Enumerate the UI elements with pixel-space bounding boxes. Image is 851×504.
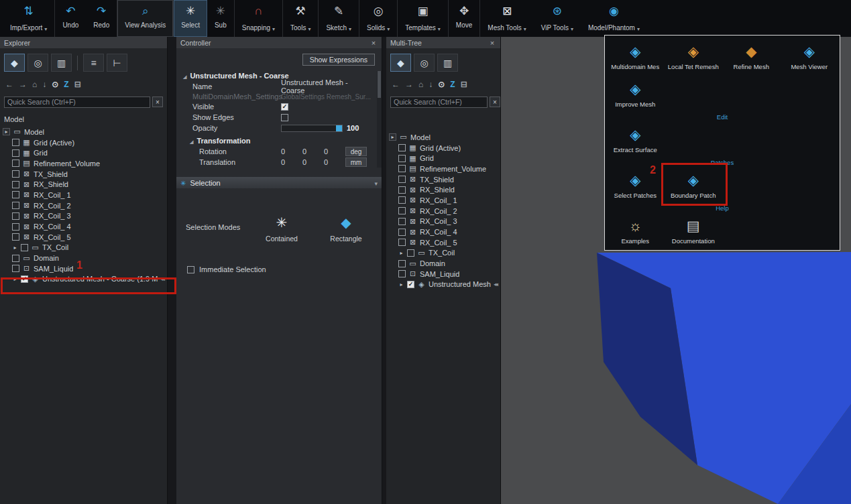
item-checkbox[interactable] — [12, 255, 19, 262]
item-checkbox[interactable] — [398, 207, 406, 214]
item-checkbox[interactable] — [12, 149, 19, 157]
tree-row[interactable]: ⊠ TX_Shield — [386, 174, 500, 185]
rotation-y-field[interactable]: 0 — [302, 147, 324, 155]
contained-mode-button[interactable]: Contained — [253, 215, 310, 243]
tree-row[interactable]: ⊠ RX_Shield — [0, 179, 167, 190]
expander-icon[interactable] — [12, 276, 18, 282]
toolbar-button[interactable]: ◉ Model/Phantom — [581, 0, 647, 37]
quick-search-input[interactable] — [4, 97, 150, 108]
tree-row[interactable]: ⊠ RX_Coil_ 3 — [0, 211, 167, 222]
home-button[interactable]: ⌂ — [418, 80, 423, 89]
forward-button[interactable]: → — [19, 80, 27, 89]
back-button[interactable]: ← — [5, 80, 13, 89]
visibility-button[interactable]: ⊙ — [52, 80, 58, 89]
chart-view-button[interactable]: ▥ — [437, 54, 458, 72]
rotation-x-field[interactable]: 0 — [281, 147, 302, 155]
item-checkbox[interactable] — [398, 176, 406, 183]
tree-row[interactable]: ◈ Unstructured Mesh - Coarse (1.9 MCell — [0, 274, 167, 285]
target-view-button[interactable]: ◎ — [27, 54, 48, 72]
item-checkbox[interactable] — [398, 260, 406, 267]
forward-button[interactable]: → — [405, 80, 413, 89]
collapse-all-button[interactable]: ⊟ — [461, 80, 467, 89]
item-checkbox[interactable] — [12, 202, 19, 209]
multidomain-mesh-item[interactable]: ◈ Multidomain Mes — [606, 38, 665, 76]
tree-row[interactable]: ⊠ RX_Coil_ 5 — [0, 232, 167, 243]
expander-icon[interactable] — [398, 281, 404, 288]
toolbar-button[interactable]: ⊛ ViP Tools — [534, 0, 581, 37]
expander-icon[interactable] — [398, 250, 404, 256]
tree-row[interactable]: ⊠ TX_Shield — [0, 169, 167, 180]
tree-row[interactable]: ▦ Grid — [0, 147, 167, 158]
item-checkbox[interactable] — [12, 160, 19, 167]
item-checkbox[interactable] — [398, 218, 406, 225]
filter-button[interactable]: ≡ — [83, 54, 104, 72]
tree-row[interactable]: ▦ Grid (Active) — [0, 137, 167, 148]
translation-x-field[interactable]: 0 — [281, 158, 302, 166]
item-checkbox[interactable] — [12, 233, 19, 241]
item-checkbox[interactable] — [398, 144, 406, 151]
item-checkbox[interactable] — [398, 165, 406, 172]
tree-row[interactable]: ⊠ RX_Coil_ 4 — [0, 221, 167, 232]
expander-icon[interactable] — [12, 245, 18, 251]
tree-row[interactable]: ▭ Model — [0, 127, 167, 137]
tree-row[interactable]: ▭ Domain — [386, 258, 500, 269]
search-clear-button[interactable] — [490, 97, 500, 107]
tree-row[interactable]: ⊠ RX_Coil_ 4 — [386, 227, 500, 237]
zoom-z-button[interactable]: Z — [64, 80, 68, 89]
item-checkbox[interactable] — [12, 223, 19, 231]
mesh-viewer-item[interactable]: ◈ Mesh Viewer — [781, 38, 839, 76]
show-expressions-button[interactable]: Show Expressions — [302, 54, 375, 66]
select-patches-item[interactable]: ◈ Select Patches — [606, 167, 665, 204]
tree-row[interactable]: ⊠ RX_Shield — [386, 184, 500, 195]
item-checkbox[interactable] — [12, 191, 19, 198]
quick-search-input[interactable] — [390, 97, 488, 108]
documentation-item[interactable]: ▤ Documentation — [665, 212, 723, 250]
name-value[interactable]: Unstructured Mesh - Coarse — [281, 78, 372, 94]
tree-row[interactable]: ▤ Refinement_Volume — [386, 164, 500, 174]
item-checkbox[interactable] — [12, 181, 19, 188]
item-checkbox[interactable] — [12, 212, 19, 220]
show-edges-checkbox[interactable] — [281, 114, 288, 121]
collapse-all-button[interactable]: ⊟ — [74, 80, 81, 89]
tree-row[interactable]: ⊠ RX_Coil_ 1 — [386, 195, 500, 206]
boundary-patch-item[interactable]: ◈ Boundary Patch — [665, 167, 723, 204]
down-button[interactable]: ↓ — [429, 80, 433, 89]
tree-row[interactable]: ▤ Refinement_Volume — [0, 158, 167, 169]
rectangle-mode-button[interactable]: Rectangle — [317, 215, 375, 243]
tree-row[interactable]: ⊠ RX_Coil_ 2 — [386, 206, 500, 216]
home-button[interactable]: ⌂ — [32, 80, 37, 89]
toolbar-button[interactable]: ▣ Templates — [398, 0, 449, 37]
toolbar-button[interactable]: ⊠ Mesh Tools — [480, 0, 533, 37]
back-button[interactable]: ← — [392, 80, 400, 89]
tree-row[interactable]: ⊡ SAM_Liquid — [0, 263, 167, 274]
toolbar-button[interactable]: ⌕ View Analysis — [117, 0, 174, 37]
improve-mesh-item[interactable]: ◈ Improve Mesh — [606, 76, 665, 113]
item-checkbox[interactable] — [407, 249, 414, 257]
toolbar-button[interactable]: ↶ Undo — [55, 0, 86, 37]
down-button[interactable]: ↓ — [42, 80, 46, 89]
opacity-slider[interactable] — [281, 125, 343, 132]
toolbar-button[interactable]: ✥ Move — [449, 0, 480, 37]
translation-z-field[interactable]: 0 — [324, 158, 345, 166]
immediate-selection-checkbox[interactable] — [187, 266, 194, 273]
tree-row[interactable]: ▭ Domain — [0, 253, 167, 263]
toolbar-button[interactable]: ∩ Snapping — [235, 0, 283, 37]
examples-item[interactable]: ☼ Examples — [606, 212, 665, 250]
model-view-button[interactable]: ◆ — [4, 54, 25, 72]
selection-section-header[interactable]: Selection — [176, 177, 382, 188]
expander-icon[interactable] — [389, 133, 396, 141]
tree-row[interactable]: ⊡ SAM_Liquid — [386, 269, 500, 279]
extract-surface-item[interactable]: ◈ Extract Surface — [606, 121, 665, 159]
opacity-slider-thumb[interactable] — [336, 125, 342, 131]
hierarchy-button[interactable]: ⊢ — [107, 54, 127, 72]
item-checkbox[interactable] — [407, 281, 414, 288]
refine-mesh-item[interactable]: ◆ Refine Mesh — [722, 38, 781, 76]
toolbar-button[interactable]: ✳ Sub — [207, 0, 235, 37]
item-checkbox[interactable] — [398, 270, 406, 277]
toolbar-button[interactable]: ✳ Select — [174, 0, 207, 37]
item-checkbox[interactable] — [21, 244, 28, 251]
properties-scrollbar[interactable] — [377, 71, 382, 168]
target-view-button[interactable]: ◎ — [414, 54, 435, 72]
tree-row[interactable]: ▭ TX_Coil — [0, 243, 167, 253]
rotation-z-field[interactable]: 0 — [324, 147, 345, 155]
